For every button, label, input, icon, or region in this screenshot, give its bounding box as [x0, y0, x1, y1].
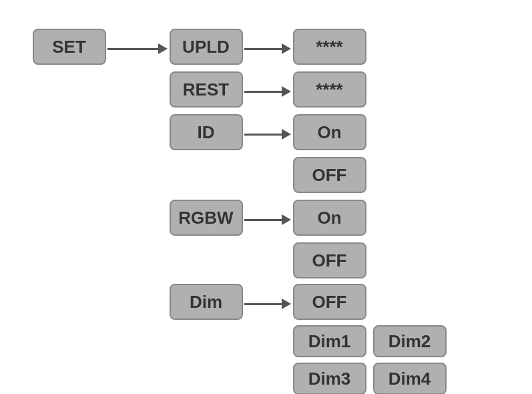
- dim-node: Dim: [170, 284, 243, 320]
- dim2-node: Dim2: [373, 325, 447, 357]
- arrow-line: [244, 91, 282, 93]
- dim-off-node: OFF: [293, 284, 366, 320]
- arrow-set-upld: [107, 43, 168, 54]
- arrow-head: [282, 86, 291, 97]
- rest-value-node: ****: [293, 71, 366, 108]
- dim1-node: Dim1: [293, 325, 366, 357]
- arrow-head: [282, 214, 291, 225]
- rgbw-on-node: On: [293, 200, 366, 236]
- dim3-node: Dim3: [293, 363, 366, 394]
- arrow-rgbw-on: [244, 214, 291, 225]
- arrow-head: [158, 43, 168, 54]
- id-node: ID: [170, 114, 243, 150]
- upld-node: UPLD: [170, 29, 243, 65]
- arrow-upld-val: [244, 43, 291, 54]
- id-off-node: OFF: [293, 157, 366, 193]
- rgbw-node: RGBW: [170, 200, 243, 236]
- arrow-line: [244, 48, 282, 50]
- rest-node: REST: [170, 71, 243, 108]
- arrow-line: [244, 303, 282, 305]
- arrow-rest-val: [244, 86, 291, 97]
- id-on-node: On: [293, 114, 366, 150]
- arrow-head: [282, 43, 291, 54]
- arrow-dim-off: [244, 299, 291, 309]
- arrow-head: [282, 299, 291, 309]
- arrow-head: [282, 129, 291, 140]
- arrow-line: [244, 219, 282, 221]
- set-node: SET: [33, 29, 106, 65]
- rgbw-off-node: OFF: [293, 242, 366, 278]
- arrow-line: [244, 134, 282, 136]
- diagram: SET UPLD **** REST **** ID On OFF RGBW O…: [26, 17, 507, 377]
- arrow-id-on: [244, 129, 291, 140]
- upld-value-node: ****: [293, 29, 366, 65]
- dim4-node: Dim4: [373, 363, 447, 394]
- arrow-line: [107, 48, 158, 50]
